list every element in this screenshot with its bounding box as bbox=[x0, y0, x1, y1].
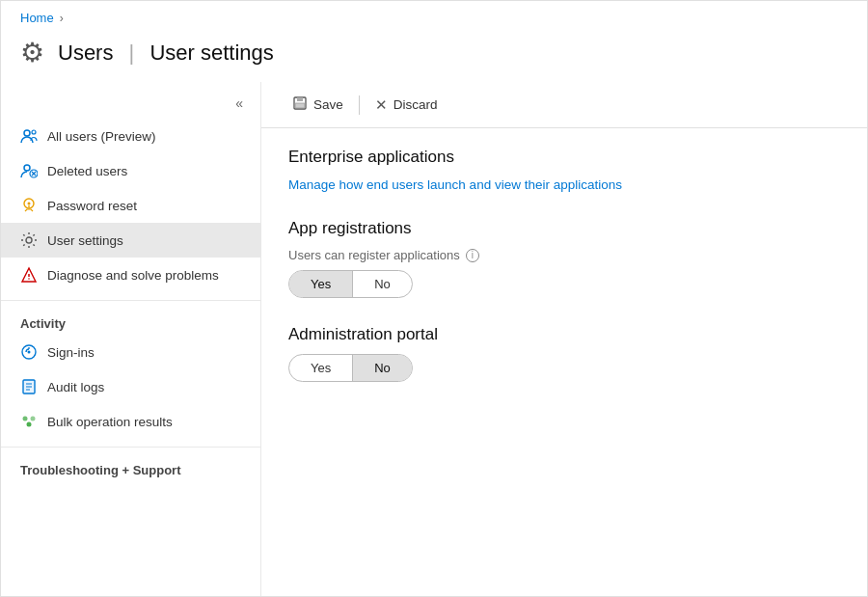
collapse-sidebar-button[interactable]: « bbox=[228, 92, 251, 115]
toolbar: Save ✕ Discard bbox=[261, 82, 867, 128]
admin-portal-section: Administration portal Yes No bbox=[288, 325, 840, 382]
diagnose-icon bbox=[20, 266, 38, 284]
sidebar-item-all-users[interactable]: All users (Preview) bbox=[1, 119, 260, 153]
sidebar-item-bulk-label: Bulk operation results bbox=[47, 415, 173, 429]
svg-point-1 bbox=[32, 130, 36, 134]
svg-point-6 bbox=[28, 278, 30, 280]
app-registrations-yes-button[interactable]: Yes bbox=[289, 271, 353, 297]
admin-portal-no-button[interactable]: No bbox=[353, 355, 412, 381]
sidebar-item-user-settings-label: User settings bbox=[47, 233, 123, 248]
svg-point-11 bbox=[27, 422, 32, 427]
app-registrations-section: App registrations Users can register app… bbox=[288, 219, 840, 298]
toolbar-divider bbox=[359, 95, 360, 115]
svg-point-0 bbox=[24, 130, 30, 136]
admin-portal-toggle: Yes No bbox=[288, 354, 413, 382]
password-reset-icon bbox=[20, 197, 38, 214]
sidebar-item-user-settings[interactable]: User settings bbox=[1, 223, 260, 258]
svg-point-2 bbox=[24, 165, 30, 171]
app-registrations-label: Users can register applications i bbox=[288, 248, 840, 262]
sidebar-item-password-reset-label: Password reset bbox=[47, 199, 137, 213]
breadcrumb: Home › bbox=[20, 11, 848, 25]
breadcrumb-home-link[interactable]: Home bbox=[20, 11, 54, 25]
svg-point-5 bbox=[26, 237, 32, 243]
sidebar-divider-activity bbox=[1, 300, 260, 301]
sidebar-item-all-users-label: All users (Preview) bbox=[47, 129, 156, 144]
page-title-prefix: Users bbox=[58, 41, 113, 65]
svg-point-7 bbox=[28, 351, 31, 354]
enterprise-applications-section: Enterprise applications Manage how end u… bbox=[288, 148, 840, 192]
save-button[interactable]: Save bbox=[285, 92, 351, 118]
page-title-separator: | bbox=[129, 41, 141, 65]
discard-button[interactable]: ✕ Discard bbox=[367, 93, 446, 118]
sidebar-item-audit-logs[interactable]: Audit logs bbox=[1, 369, 260, 404]
sidebar-item-deleted-users-label: Deleted users bbox=[47, 164, 127, 178]
admin-portal-title: Administration portal bbox=[288, 325, 840, 344]
sidebar-item-diagnose-label: Diagnose and solve problems bbox=[47, 268, 219, 283]
all-users-icon bbox=[20, 127, 38, 145]
sign-ins-icon bbox=[20, 343, 38, 361]
page-title-icon: ⚙ bbox=[20, 37, 44, 68]
page-title: Users | User settings bbox=[58, 41, 274, 66]
enterprise-applications-link[interactable]: Manage how end users launch and view the… bbox=[288, 177, 622, 192]
sidebar-item-bulk-operation[interactable]: Bulk operation results bbox=[1, 404, 260, 439]
app-registrations-toggle: Yes No bbox=[288, 270, 413, 298]
admin-portal-yes-button[interactable]: Yes bbox=[289, 355, 353, 381]
sidebar-activity-section: Activity bbox=[1, 309, 260, 335]
sidebar-troubleshooting-section: Troubleshooting + Support bbox=[1, 455, 260, 481]
app-registrations-info-icon[interactable]: i bbox=[466, 249, 479, 262]
deleted-users-icon bbox=[20, 162, 38, 179]
svg-rect-13 bbox=[297, 97, 303, 101]
sidebar-divider-troubleshooting bbox=[1, 447, 260, 448]
discard-label: Discard bbox=[393, 97, 438, 112]
content-body: Enterprise applications Manage how end u… bbox=[261, 128, 867, 428]
svg-point-4 bbox=[28, 203, 31, 205]
user-settings-icon bbox=[20, 231, 38, 249]
app-registrations-no-button[interactable]: No bbox=[353, 271, 412, 297]
sidebar-item-audit-logs-label: Audit logs bbox=[47, 380, 104, 394]
audit-logs-icon bbox=[20, 378, 38, 395]
sidebar-item-diagnose[interactable]: Diagnose and solve problems bbox=[1, 258, 260, 292]
svg-point-10 bbox=[31, 417, 36, 421]
page-title-suffix: User settings bbox=[149, 41, 273, 65]
sidebar-item-deleted-users[interactable]: Deleted users bbox=[1, 153, 260, 188]
bulk-operation-icon bbox=[20, 413, 38, 430]
app-registrations-title: App registrations bbox=[288, 219, 840, 238]
save-label: Save bbox=[313, 97, 343, 112]
save-icon bbox=[292, 95, 308, 114]
content-area: Save ✕ Discard Enterprise applications M… bbox=[261, 82, 867, 596]
enterprise-applications-title: Enterprise applications bbox=[288, 148, 840, 167]
svg-rect-14 bbox=[295, 103, 305, 108]
sidebar-item-sign-ins[interactable]: Sign-ins bbox=[1, 335, 260, 369]
breadcrumb-separator: › bbox=[60, 12, 64, 25]
sidebar-item-password-reset[interactable]: Password reset bbox=[1, 188, 260, 223]
sidebar: « All users (Preview) bbox=[1, 82, 261, 596]
svg-point-9 bbox=[23, 417, 28, 421]
sidebar-item-sign-ins-label: Sign-ins bbox=[47, 345, 95, 360]
discard-icon: ✕ bbox=[375, 96, 388, 114]
